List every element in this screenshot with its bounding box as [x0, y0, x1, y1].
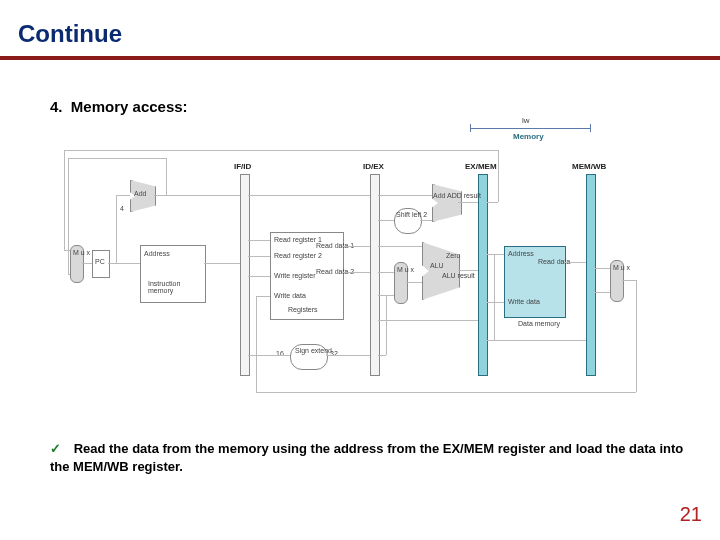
- wire: [108, 263, 140, 264]
- rf-wd: Write data: [274, 292, 306, 299]
- wire: [256, 296, 257, 392]
- wb-mux-label: M u x: [613, 264, 630, 271]
- reg-memwb: [586, 174, 596, 376]
- wire: [636, 280, 637, 392]
- wire: [494, 254, 495, 340]
- instr-mem-label: Instruction memory: [148, 280, 180, 294]
- wire: [378, 220, 394, 221]
- bullet-text: Read the data from the memory using the …: [50, 441, 683, 474]
- wire: [204, 263, 240, 264]
- annotation-tick-right: [590, 124, 591, 132]
- wire: [406, 282, 422, 283]
- slide-title: Continue: [18, 20, 122, 48]
- rf-wr: Write register: [274, 272, 316, 279]
- wire: [622, 280, 636, 281]
- alusrc-mux-label: M u x: [397, 266, 414, 273]
- instr-mem-port-addr: Address: [144, 250, 170, 257]
- wire: [378, 320, 478, 321]
- wire: [64, 250, 70, 251]
- bullet-item: ✓ Read the data from the memory using th…: [50, 440, 696, 475]
- wire: [248, 355, 290, 356]
- wire: [486, 302, 504, 303]
- wire: [248, 276, 270, 277]
- section-label: Memory access:: [71, 98, 188, 115]
- sign-extend-label: Sign extend: [295, 347, 332, 354]
- pipeline-diagram: lw Memory IF/ID ID/EX EX/MEM MEM/WB M u …: [70, 150, 650, 410]
- wire: [378, 272, 394, 273]
- wire: [386, 295, 387, 355]
- wire: [248, 256, 270, 257]
- wire: [486, 254, 504, 255]
- pc-label: PC: [95, 258, 105, 265]
- wire: [378, 246, 422, 247]
- section-heading: 4. Memory access:: [50, 98, 188, 115]
- annotation-stage: Memory: [513, 132, 544, 141]
- wire: [564, 262, 586, 263]
- annotation-instr: lw: [522, 116, 530, 125]
- wire: [68, 158, 69, 274]
- wire: [116, 195, 130, 196]
- reg-idex: [370, 174, 380, 376]
- wire: [594, 268, 610, 269]
- branch-adder-label: Add ADD result: [433, 192, 481, 199]
- wire: [64, 150, 498, 151]
- wire: [68, 158, 166, 159]
- wire: [166, 158, 167, 195]
- dmem-addr: Address: [508, 250, 534, 257]
- pc-adder-const4: 4: [120, 205, 124, 212]
- wire: [378, 355, 386, 356]
- pc-mux-label: M u x: [73, 249, 90, 256]
- wire: [256, 392, 636, 393]
- rf-rr2: Read register 2: [274, 252, 322, 259]
- annotation-bar: [470, 128, 590, 129]
- wire: [248, 195, 370, 196]
- dmem-label: Data memory: [518, 320, 560, 327]
- wire: [594, 292, 610, 293]
- stage-label-ifid: IF/ID: [234, 162, 251, 171]
- rf-label: Registers: [288, 306, 318, 313]
- wire: [116, 195, 117, 263]
- stage-label-memwb: MEM/WB: [572, 162, 606, 171]
- branch-adder: [432, 184, 462, 222]
- stage-label-exmem: EX/MEM: [465, 162, 497, 171]
- wire: [486, 340, 586, 341]
- section-number: 4.: [50, 98, 63, 115]
- annotation-tick-left: [470, 124, 471, 132]
- wire: [342, 246, 370, 247]
- page-number: 21: [680, 503, 702, 526]
- alu-block: [422, 242, 460, 300]
- dmem-wd: Write data: [508, 298, 540, 305]
- wire: [498, 150, 499, 202]
- wire: [486, 202, 498, 203]
- shift-left-2-label: Shift left 2: [396, 211, 427, 218]
- wire: [68, 274, 70, 275]
- alu-result: ALU result: [442, 272, 475, 279]
- wire: [256, 296, 270, 297]
- title-divider: [0, 56, 720, 60]
- pc-adder-label: Add: [134, 190, 146, 197]
- alu-zero: Zero: [446, 252, 460, 259]
- reg-exmem: [478, 174, 488, 376]
- wire: [248, 240, 270, 241]
- wire: [458, 270, 478, 271]
- stage-label-idex: ID/EX: [363, 162, 384, 171]
- alu-label: ALU: [430, 262, 444, 269]
- wire: [82, 263, 92, 264]
- wire: [154, 195, 240, 196]
- wire: [420, 220, 432, 221]
- wire: [64, 150, 65, 250]
- wire: [326, 355, 370, 356]
- wire: [458, 202, 478, 203]
- checkmark-icon: ✓: [50, 440, 70, 458]
- wire: [342, 272, 370, 273]
- rf-rr1: Read register 1: [274, 236, 322, 243]
- reg-ifid: [240, 174, 250, 376]
- wire: [378, 195, 432, 196]
